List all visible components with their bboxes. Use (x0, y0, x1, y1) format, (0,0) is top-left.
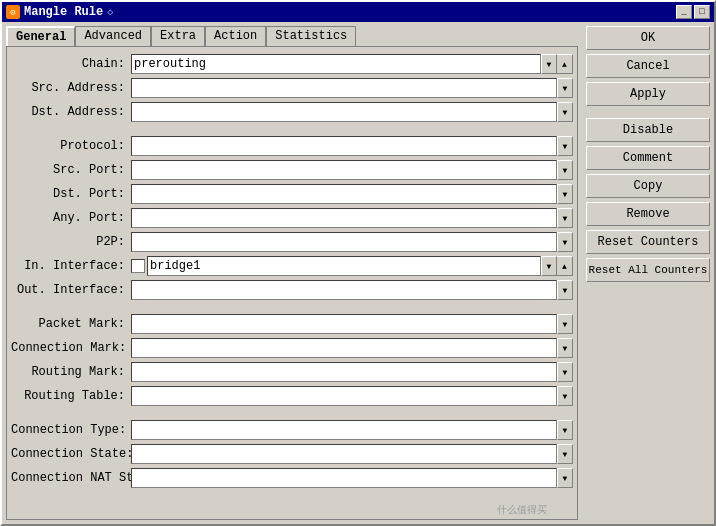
in-interface-checkbox[interactable] (131, 259, 145, 273)
tab-general[interactable]: General (6, 26, 75, 46)
copy-button[interactable]: Copy (586, 174, 710, 198)
connection-nat-state-row: Connection NAT State: ▼ (11, 467, 573, 489)
src-port-dropdown-btn[interactable]: ▼ (557, 160, 573, 180)
routing-mark-label: Routing Mark: (11, 365, 131, 379)
src-address-dropdown-btn[interactable]: ▼ (557, 78, 573, 98)
in-interface-row: In. Interface: ▼ ▲ (11, 255, 573, 277)
reset-counters-button[interactable]: Reset Counters (586, 230, 710, 254)
disable-button[interactable]: Disable (586, 118, 710, 142)
src-address-label: Src. Address: (11, 81, 131, 95)
window-icon: ⚙ (6, 5, 20, 19)
routing-mark-input-wrap: ▼ (131, 362, 573, 382)
src-port-input[interactable] (131, 160, 557, 180)
tab-extra[interactable]: Extra (151, 26, 205, 46)
connection-type-input[interactable] (131, 420, 557, 440)
packet-mark-input[interactable] (131, 314, 557, 334)
chain-row: Chain: ▼ ▲ (11, 53, 573, 75)
connection-mark-label: Connection Mark: (11, 341, 131, 355)
routing-table-row: Routing Table: ▼ (11, 385, 573, 407)
title-bar-left: ⚙ Mangle Rule ◇ (6, 5, 113, 19)
comment-button[interactable]: Comment (586, 146, 710, 170)
maximize-button[interactable]: □ (694, 5, 710, 19)
any-port-input-wrap: ▼ (131, 208, 573, 228)
packet-mark-dropdown-btn[interactable]: ▼ (557, 314, 573, 334)
remove-button[interactable]: Remove (586, 202, 710, 226)
src-port-row: Src. Port: ▼ (11, 159, 573, 181)
packet-mark-row: Packet Mark: ▼ (11, 313, 573, 335)
protocol-label: Protocol: (11, 139, 131, 153)
routing-mark-input[interactable] (131, 362, 557, 382)
src-address-input[interactable] (131, 78, 557, 98)
connection-mark-input[interactable] (131, 338, 557, 358)
connection-state-label: Connection State: (11, 447, 131, 461)
protocol-row: Protocol: ▼ (11, 135, 573, 157)
out-interface-dropdown-btn[interactable]: ▼ (557, 280, 573, 300)
title-bar: ⚙ Mangle Rule ◇ _ □ (2, 2, 714, 22)
form-area: Chain: ▼ ▲ Src. Address: ▼ (7, 47, 577, 519)
routing-table-input[interactable] (131, 386, 557, 406)
connection-mark-dropdown-btn[interactable]: ▼ (557, 338, 573, 358)
p2p-input[interactable] (131, 232, 557, 252)
p2p-row: P2P: ▼ (11, 231, 573, 253)
side-panel: OK Cancel Apply Disable Comment Copy Rem… (582, 22, 714, 524)
mangle-rule-window: ⚙ Mangle Rule ◇ _ □ General Advanced Ext… (0, 0, 716, 526)
routing-table-input-wrap: ▼ (131, 386, 573, 406)
tab-action[interactable]: Action (205, 26, 266, 46)
protocol-dropdown-btn[interactable]: ▼ (557, 136, 573, 156)
connection-mark-input-wrap: ▼ (131, 338, 573, 358)
src-address-input-wrap: ▼ (131, 78, 573, 98)
chain-input[interactable] (131, 54, 541, 74)
dst-address-label: Dst. Address: (11, 105, 131, 119)
chain-dropdown-btn[interactable]: ▼ (541, 54, 557, 74)
apply-button[interactable]: Apply (586, 82, 710, 106)
routing-mark-dropdown-btn[interactable]: ▼ (557, 362, 573, 382)
chain-scroll-btn[interactable]: ▲ (557, 54, 573, 74)
reset-all-counters-button[interactable]: Reset All Counters (586, 258, 710, 282)
connection-type-dropdown-btn[interactable]: ▼ (557, 420, 573, 440)
connection-nat-state-label: Connection NAT State: (11, 471, 131, 485)
chain-input-wrap: ▼ ▲ (131, 54, 573, 74)
main-panel: General Advanced Extra Action Statistics… (2, 22, 582, 524)
dst-address-dropdown-btn[interactable]: ▼ (557, 102, 573, 122)
out-interface-input-wrap: ▼ (131, 280, 573, 300)
packet-mark-label: Packet Mark: (11, 317, 131, 331)
chain-label: Chain: (11, 57, 131, 71)
connection-type-row: Connection Type: ▼ (11, 419, 573, 441)
minimize-button[interactable]: _ (676, 5, 692, 19)
tab-content-general: Chain: ▼ ▲ Src. Address: ▼ (6, 46, 578, 520)
dst-address-input[interactable] (131, 102, 557, 122)
tab-statistics[interactable]: Statistics (266, 26, 356, 46)
window-content: General Advanced Extra Action Statistics… (2, 22, 714, 524)
p2p-label: P2P: (11, 235, 131, 249)
connection-state-input[interactable] (131, 444, 557, 464)
in-interface-input[interactable] (147, 256, 541, 276)
connection-nat-state-dropdown-btn[interactable]: ▼ (557, 468, 573, 488)
in-interface-scroll-btn[interactable]: ▲ (557, 256, 573, 276)
any-port-dropdown-btn[interactable]: ▼ (557, 208, 573, 228)
connection-type-label: Connection Type: (11, 423, 131, 437)
in-interface-input-wrap: ▼ ▲ (131, 256, 573, 276)
connection-state-row: Connection State: ▼ (11, 443, 573, 465)
connection-mark-row: Connection Mark: ▼ (11, 337, 573, 359)
dst-address-row: Dst. Address: ▼ (11, 101, 573, 123)
p2p-input-wrap: ▼ (131, 232, 573, 252)
cancel-button[interactable]: Cancel (586, 54, 710, 78)
protocol-input[interactable] (131, 136, 557, 156)
in-interface-dropdown-btn[interactable]: ▼ (541, 256, 557, 276)
tab-advanced[interactable]: Advanced (75, 26, 151, 46)
p2p-dropdown-btn[interactable]: ▼ (557, 232, 573, 252)
routing-table-dropdown-btn[interactable]: ▼ (557, 386, 573, 406)
connection-nat-state-input[interactable] (131, 468, 557, 488)
ok-button[interactable]: OK (586, 26, 710, 50)
any-port-input[interactable] (131, 208, 557, 228)
divider-2 (11, 303, 573, 311)
out-interface-input[interactable] (131, 280, 557, 300)
src-port-label: Src. Port: (11, 163, 131, 177)
dst-port-dropdown-btn[interactable]: ▼ (557, 184, 573, 204)
dst-port-input[interactable] (131, 184, 557, 204)
connection-state-dropdown-btn[interactable]: ▼ (557, 444, 573, 464)
tab-bar: General Advanced Extra Action Statistics (6, 26, 578, 46)
divider-1 (11, 125, 573, 133)
connection-state-input-wrap: ▼ (131, 444, 573, 464)
packet-mark-input-wrap: ▼ (131, 314, 573, 334)
